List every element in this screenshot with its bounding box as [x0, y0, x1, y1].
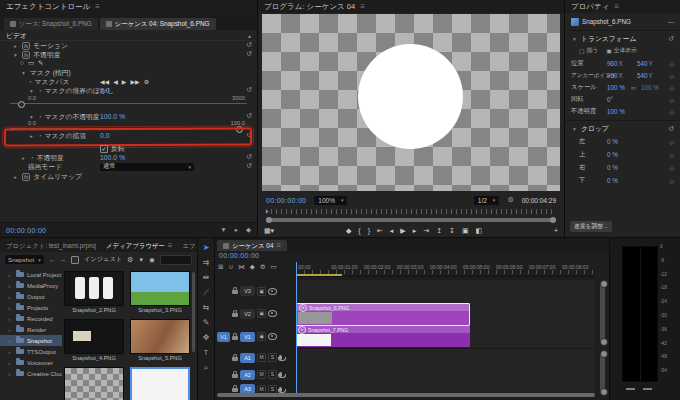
- reset-param-icon[interactable]: ↺: [246, 131, 252, 139]
- source-patch[interactable]: [217, 370, 230, 380]
- voiceover-record-mic-icon[interactable]: [279, 355, 282, 360]
- voiceover-record-mic-icon[interactable]: [279, 387, 282, 392]
- reset-effect-icon[interactable]: ↺: [246, 50, 252, 58]
- scroll-knob[interactable]: [550, 217, 556, 223]
- ingest-settings-wrench-icon[interactable]: ⚙: [127, 256, 133, 264]
- track-lock-icon[interactable]: [232, 313, 238, 317]
- monitor-time-ruler[interactable]: ▸: [266, 209, 556, 214]
- selection-tool[interactable]: ➤: [203, 244, 210, 252]
- folder-item[interactable]: ›TTSOutput: [0, 346, 62, 357]
- twirl-icon[interactable]: ▸: [12, 174, 19, 180]
- monitor-playhead-icon[interactable]: ▸: [266, 207, 269, 214]
- add-keyframe-icon[interactable]: ◇: [669, 151, 674, 158]
- folder-item[interactable]: ›Output: [0, 291, 62, 302]
- crop-right-value[interactable]: 0 %: [607, 164, 618, 171]
- media-thumbnail[interactable]: Snapshot_4.PNG: [64, 319, 124, 365]
- collapse-icon[interactable]: —: [668, 18, 674, 25]
- reset-param-icon[interactable]: ↺: [246, 162, 252, 170]
- media-thumbnail[interactable]: Snapshot_3.PNG: [130, 271, 190, 317]
- twirl-icon[interactable]: ▸: [28, 133, 35, 139]
- keyframe-icon[interactable]: ◆: [246, 226, 251, 234]
- scroll-knob[interactable]: [600, 350, 608, 358]
- twirl-icon[interactable]: ▾: [28, 88, 35, 94]
- folder-item[interactable]: ›Creative Cloud Files Persona: [0, 368, 62, 379]
- mark-in-icon[interactable]: {: [358, 227, 360, 234]
- play-around-icon[interactable]: ▸: [235, 226, 238, 234]
- twirl-icon[interactable]: ▾: [28, 114, 35, 120]
- reset-transform-icon[interactable]: ↺: [668, 35, 674, 43]
- media-thumbnail[interactable]: Snapshot_7.P...: [130, 367, 190, 400]
- folder-item[interactable]: ›Recorded: [0, 313, 62, 324]
- back-icon[interactable]: ←: [49, 256, 55, 263]
- tab-sequence[interactable]: シーケンス 04 ≡: [217, 240, 287, 251]
- nest-sequence-icon[interactable]: ⊞: [218, 263, 223, 271]
- lift-icon[interactable]: ↥: [436, 227, 442, 235]
- razor-tool[interactable]: ⟋: [203, 289, 209, 297]
- panel-menu-icon[interactable]: ≡: [276, 240, 281, 251]
- twirl-icon[interactable]: ›: [6, 371, 13, 377]
- tracking-method-icon[interactable]: ⚙: [144, 78, 149, 85]
- solo-button[interactable]: S: [268, 370, 277, 379]
- tab-project[interactable]: プロジェクト: test_inami.prproj: [4, 240, 98, 252]
- adjust-speed-button[interactable]: 速度を調整...: [570, 221, 612, 232]
- track-lock-icon[interactable]: [232, 374, 238, 378]
- twirl-icon[interactable]: ›: [6, 272, 13, 278]
- media-browser-scrollbar[interactable]: [192, 272, 195, 352]
- twirl-icon[interactable]: ▾: [20, 70, 27, 76]
- timeline-settings-icon[interactable]: ⚙: [260, 263, 266, 271]
- reset-param-icon[interactable]: ↺: [246, 86, 252, 94]
- media-thumbnail[interactable]: Snapshot_2.PNG: [64, 271, 124, 317]
- crop-bottom-value[interactable]: 0 %: [607, 177, 618, 184]
- slider-handle[interactable]: [18, 101, 25, 108]
- crop-top-value[interactable]: 0 %: [607, 151, 618, 158]
- tab-source-clip[interactable]: ソース: Snapshot_6.PNG: [4, 18, 98, 30]
- type-tool[interactable]: T: [204, 349, 209, 357]
- mask-tool-rectangle-mask-icon[interactable]: ▭: [28, 59, 34, 67]
- blend-mode-select[interactable]: 通常 ▾: [100, 163, 194, 171]
- playback-resolution-select[interactable]: 1/2 ▾: [474, 196, 500, 205]
- tab-media-browser[interactable]: メディアブラウザー ≡: [100, 240, 178, 252]
- track-lock-icon[interactable]: [232, 388, 238, 392]
- twirl-icon[interactable]: ›: [6, 305, 13, 311]
- add-keyframe-icon[interactable]: ◇: [669, 164, 674, 171]
- add-keyframe-icon[interactable]: ◇: [669, 138, 674, 145]
- reset-effect-icon[interactable]: ↺: [246, 41, 252, 49]
- sync-lock-icon[interactable]: ▣: [257, 309, 266, 318]
- track-lane[interactable]: [296, 366, 595, 384]
- go-to-in-icon[interactable]: ⇤: [377, 227, 383, 235]
- caption-track-icon[interactable]: ▭: [271, 263, 277, 271]
- zoom-level-select[interactable]: 100% ▾: [314, 196, 347, 205]
- media-thumbnail[interactable]: Snapshot_6.PNG: [64, 367, 124, 400]
- position-x[interactable]: 960X: [607, 60, 623, 67]
- play-icon[interactable]: ▶: [400, 227, 405, 235]
- step-forward-icon[interactable]: ▸: [413, 227, 417, 235]
- video-tracks-scrollbar[interactable]: [600, 282, 605, 344]
- track-forward-all-icon[interactable]: ▶▶: [130, 78, 139, 85]
- forward-icon[interactable]: →: [60, 256, 66, 263]
- track-target-badge[interactable]: A1: [240, 353, 255, 363]
- voiceover-record-mic-icon[interactable]: [279, 372, 282, 377]
- tab-sequence-clip[interactable]: シーケンス 04: Snapshot_6.PNG: [100, 18, 216, 30]
- zoom-tool[interactable]: ⌕: [204, 364, 208, 372]
- preview-eye-icon[interactable]: ◉: [149, 256, 154, 263]
- anchor-x[interactable]: 960X: [607, 72, 623, 79]
- track-lock-icon[interactable]: [232, 290, 238, 294]
- twirl-icon[interactable]: ›: [6, 360, 13, 366]
- twirl-icon[interactable]: ▾: [571, 126, 578, 132]
- stopwatch-icon[interactable]: ◔: [28, 79, 32, 85]
- mask-opacity-value[interactable]: 100.0 %: [100, 113, 125, 120]
- folder-item[interactable]: ›MediaProxy: [0, 280, 62, 291]
- track-output-eye-icon[interactable]: [268, 310, 277, 317]
- track-target-badge[interactable]: V2: [240, 309, 255, 319]
- sync-lock-icon[interactable]: ▣: [257, 332, 266, 341]
- filter-icon[interactable]: ▼: [138, 257, 144, 263]
- track-output-eye-icon[interactable]: [268, 333, 277, 340]
- monitor-settings-wrench-icon[interactable]: ⚙: [507, 196, 513, 204]
- source-patch[interactable]: [217, 309, 230, 319]
- tab-effects[interactable]: エフェクト: [180, 240, 197, 252]
- linked-selection-icon[interactable]: ⋈: [238, 263, 245, 271]
- twirl-icon[interactable]: ›: [6, 316, 13, 322]
- step-back-icon[interactable]: ◂: [390, 227, 394, 235]
- add-keyframe-icon[interactable]: ◇: [669, 108, 674, 115]
- scale-x-value[interactable]: 100 %: [607, 84, 625, 91]
